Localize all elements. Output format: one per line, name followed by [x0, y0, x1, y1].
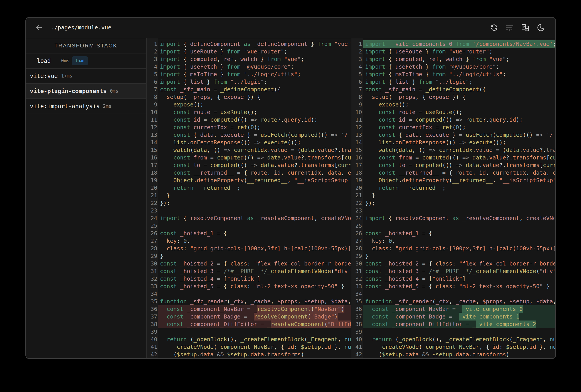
token: _hoisted_3: [385, 268, 419, 274]
module-path: ./pages/module.vue: [51, 24, 112, 31]
token: ({: [479, 86, 486, 93]
token: [190, 109, 193, 115]
token: ,: [281, 170, 288, 176]
token: _sfc_render: [395, 298, 432, 305]
code-text: import __vite_components_0 from '/compon…: [363, 40, 556, 48]
line-number: 28: [351, 245, 363, 252]
token: "__isScriptSetup": [294, 177, 351, 184]
line-number: 24: [351, 214, 363, 222]
token: expose: [173, 101, 193, 108]
token: "vue": [284, 56, 301, 62]
token: .: [247, 351, 250, 358]
line-number: 5: [351, 70, 363, 78]
token: =: [214, 230, 224, 236]
token: return: [378, 185, 398, 191]
token: const: [378, 132, 395, 138]
sidebar-item-vite-plugin-components[interactable]: vite-plugin-components0ms: [26, 84, 146, 99]
token: const: [173, 154, 190, 161]
code-after: import __vite_components_0 from '/compon…: [363, 38, 556, 358]
sidebar-item-load[interactable]: __load__0msload: [26, 54, 146, 68]
token: currentIdx: [338, 162, 351, 168]
token: computed: [416, 116, 442, 123]
back-button[interactable]: [31, 20, 47, 36]
theme-toggle-button[interactable]: [537, 24, 545, 32]
token: msToTime: [190, 71, 217, 78]
token: [160, 170, 173, 176]
line-number: 21: [351, 192, 363, 199]
token: (: [304, 336, 308, 342]
code-text: const _hoisted_1 = {: [363, 230, 556, 237]
token: ,: [298, 298, 304, 305]
code-pane-before[interactable]: 1234567891011121314151617181920212223242…: [147, 38, 351, 358]
token: [177, 230, 180, 236]
token: $setup: [177, 351, 197, 358]
line-number: 42: [147, 351, 158, 358]
code-line: const __returned__ = { route, id, curren…: [158, 169, 351, 176]
token: to: [194, 162, 200, 168]
code-line: [158, 328, 351, 336]
token: [160, 245, 167, 252]
token: ;: [496, 64, 499, 70]
code-pane-after[interactable]: 1234567891011121314151617181920212223242…: [351, 38, 556, 358]
line-number: 3: [351, 56, 363, 63]
line-number: 22: [351, 199, 363, 207]
token: "vue": [489, 56, 506, 62]
token: execute: [348, 170, 351, 176]
token: ();: [399, 101, 409, 108]
token: watch: [446, 56, 462, 62]
token: computed: [291, 132, 318, 138]
code-line: import { useFetch } from "@vueuse/core";: [363, 63, 556, 70]
token: ,: [214, 132, 220, 138]
moon-icon: [537, 24, 545, 32]
token: =: [419, 268, 429, 274]
token: [: [540, 162, 543, 168]
token: (: [502, 147, 506, 153]
token: [365, 132, 378, 138]
diff-view-button[interactable]: [521, 24, 530, 32]
token: transforms: [472, 351, 506, 358]
token: __props: [392, 94, 415, 100]
token: :: [382, 238, 388, 244]
token: ,: [530, 298, 536, 305]
token: const: [160, 268, 177, 274]
token: (: [214, 344, 217, 350]
token: '/__inspect_api/module?id=': [341, 132, 351, 138]
code-line: const id = computed(() => route?.query.i…: [363, 116, 556, 124]
token: _Fragment: [308, 336, 338, 342]
token: =>: [224, 147, 230, 153]
token: /*#__PURE__*/: [224, 268, 267, 274]
token: value: [284, 154, 301, 161]
sidebar-item-vite-vue[interactable]: vite:vue17ms: [26, 68, 146, 84]
token: const: [365, 86, 382, 93]
token: function: [160, 298, 187, 305]
plugin-time: 2ms: [103, 104, 112, 109]
token: const: [167, 306, 183, 312]
token: value: [318, 147, 334, 153]
code-text: import { list } from "../logic";: [363, 78, 556, 86]
token: [183, 314, 187, 320]
token: .: [402, 351, 406, 358]
token: );: [254, 124, 261, 130]
line-number: 1: [147, 40, 158, 48]
sidebar-item-vite-import-analysis[interactable]: vite:import-analysis2ms: [26, 99, 146, 114]
line-number: 40: [351, 336, 363, 343]
token: }: [365, 192, 375, 199]
token: $setup: [432, 351, 452, 358]
line-number: 12: [351, 124, 363, 131]
line-number: 25: [147, 222, 158, 230]
token: $setup: [301, 344, 321, 350]
code-text: });: [363, 199, 556, 207]
token: 0: [456, 124, 459, 130]
code-before: import { defineComponent as _defineCompo…: [158, 38, 351, 358]
token: ;: [284, 48, 288, 55]
code-line: key: 0,: [158, 237, 351, 245]
token: (: [324, 321, 328, 328]
token: =>: [456, 116, 462, 123]
refresh-button[interactable]: [490, 24, 498, 32]
wrap-lines-button[interactable]: [506, 24, 514, 32]
token: const: [160, 260, 177, 267]
code-line: const _hoisted_4 = ["onClick"]: [363, 275, 556, 283]
token: [395, 116, 398, 123]
token: ): [334, 314, 338, 320]
token: import: [365, 64, 385, 70]
